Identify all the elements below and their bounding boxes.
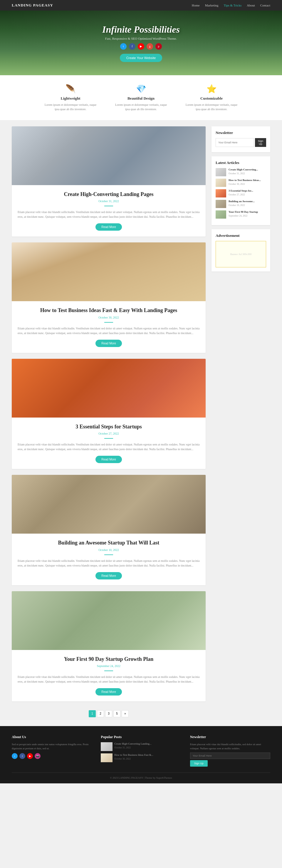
nav-contact[interactable]: Contact bbox=[260, 3, 270, 7]
article-title-4[interactable]: Building an Awesome... bbox=[228, 200, 266, 203]
page-button-next[interactable]: » bbox=[122, 710, 129, 717]
read-more-button-5[interactable]: Read More bbox=[95, 688, 122, 695]
article-thumb-2 bbox=[216, 179, 226, 187]
popular-post-thumb-2 bbox=[101, 753, 113, 762]
read-more-button-4[interactable]: Read More bbox=[95, 572, 122, 580]
nav-about[interactable]: About bbox=[247, 3, 255, 7]
post-title-5: Your First 90 Day Startup Growth Plan bbox=[18, 656, 200, 662]
page-button-3[interactable]: 3 bbox=[105, 710, 112, 717]
feature-lightweight-desc: Lorem ipsum et doloremque veritatis, eaq… bbox=[44, 102, 97, 112]
post-title-4: Building an Awesome Startup That Will La… bbox=[18, 539, 200, 546]
read-more-button-1[interactable]: Read More bbox=[95, 223, 122, 231]
customizable-icon: ⭐ bbox=[185, 84, 238, 94]
read-more-button-2[interactable]: Read More bbox=[95, 340, 122, 347]
read-more-button-3[interactable]: Read More bbox=[95, 456, 122, 463]
article-date-2: October 30, 2022 bbox=[228, 183, 266, 185]
list-item: How to Test Business Ideas... October 30… bbox=[216, 179, 266, 187]
list-item: Building an Awesome... October 10, 2022 bbox=[216, 200, 266, 208]
footer-instagram-icon[interactable]: 📷 bbox=[35, 753, 40, 759]
pagination: 1 2 3 5 » bbox=[12, 707, 206, 720]
nav-tips[interactable]: Tips & Tricks bbox=[224, 3, 242, 7]
post-divider-3 bbox=[104, 438, 113, 439]
post-image-2 bbox=[12, 242, 206, 301]
sidebar-latest-title: Latest Articles bbox=[216, 160, 266, 165]
post-card-1: Create High-Converting Landing Pages Oct… bbox=[12, 126, 206, 237]
list-item: How to Test Business Ideas Fast &... Oct… bbox=[101, 753, 181, 762]
post-excerpt-2: Etiam placerat velit vitae dui blandit s… bbox=[18, 326, 200, 336]
article-title-1[interactable]: Create High-Converting... bbox=[228, 168, 266, 172]
hero-title: Infinite Possibilities bbox=[102, 24, 180, 35]
newsletter-email-input[interactable] bbox=[216, 138, 254, 147]
hero-section: Infinite Possibilities Fast, Responsive … bbox=[0, 10, 282, 75]
post-divider-2 bbox=[104, 322, 113, 322]
twitter-icon[interactable]: t bbox=[120, 43, 127, 50]
footer-grid: About Us Sed ut perspiciatis unde omnis … bbox=[12, 735, 270, 767]
post-date-2: October 30, 2022 bbox=[18, 316, 200, 319]
footer-about: About Us Sed ut perspiciatis unde omnis … bbox=[12, 735, 92, 767]
feature-design-desc: Lorem ipsum et doloremque veritatis, eaq… bbox=[115, 102, 167, 112]
footer-newsletter-button[interactable]: Sign Up bbox=[190, 760, 208, 767]
article-info-4: Building an Awesome... October 10, 2022 bbox=[228, 200, 266, 207]
list-item: Your First 90 Day Startup September 24, … bbox=[216, 210, 266, 219]
popular-post-date-1: October 31, 2022 bbox=[114, 746, 181, 749]
article-title-3[interactable]: 3 Essential Steps for... bbox=[228, 189, 266, 193]
post-title-2: How to Test Business Ideas Fast & Easy W… bbox=[18, 307, 200, 314]
page-button-1[interactable]: 1 bbox=[89, 710, 96, 717]
footer-twitter-icon[interactable]: t bbox=[12, 753, 18, 759]
post-excerpt-1: Etiam placerat velit vitae dui blandit s… bbox=[18, 210, 200, 219]
article-date-3: October 27, 2022 bbox=[228, 193, 266, 196]
nav-marketing[interactable]: Marketing bbox=[205, 3, 219, 7]
nav-home[interactable]: Home bbox=[192, 3, 200, 7]
post-title-1: Create High-Converting Landing Pages bbox=[18, 191, 200, 198]
design-icon: 💎 bbox=[115, 84, 167, 94]
footer-about-title: About Us bbox=[12, 735, 92, 739]
page-button-2[interactable]: 2 bbox=[97, 710, 104, 717]
newsletter-signup-button[interactable]: Sign Up bbox=[255, 138, 266, 147]
footer-popular-title: Popular Posts bbox=[101, 735, 181, 739]
post-title-3: 3 Essential Steps for Startups bbox=[18, 424, 200, 430]
post-excerpt-5: Etiam placerat velit vitae dui blandit s… bbox=[18, 675, 200, 684]
article-date-4: October 10, 2022 bbox=[228, 204, 266, 207]
facebook-icon[interactable]: f bbox=[129, 43, 135, 50]
post-date-5: September 24, 2022 bbox=[18, 664, 200, 668]
list-item: Create High-Converting... October 31, 20… bbox=[216, 168, 266, 176]
lightweight-icon: 🪶 bbox=[44, 84, 97, 94]
article-title-2[interactable]: How to Test Business Ideas... bbox=[228, 179, 266, 182]
post-excerpt-4: Etiam placerat velit vitae dui blandit s… bbox=[18, 559, 200, 568]
feature-lightweight-title: Lightweight bbox=[44, 96, 97, 101]
article-date-5: September 24, 2022 bbox=[228, 215, 266, 217]
article-info-5: Your First 90 Day Startup September 24, … bbox=[228, 210, 266, 217]
hero-subtitle: Fast, Responsive & SEO Optimized WordPre… bbox=[105, 37, 177, 40]
site-header: LANDING PAGEASY Home Marketing Tips & Tr… bbox=[0, 0, 282, 10]
footer-copyright: © 2023 LANDING PAGEASY | Theme by Superb… bbox=[12, 773, 270, 779]
footer-about-text: Sed ut perspiciatis unde omnis iste natu… bbox=[12, 742, 92, 751]
article-thumb-3 bbox=[216, 189, 226, 197]
feature-design: 💎 Beautiful Design Lorem ipsum et dolore… bbox=[115, 84, 167, 112]
youtube-icon[interactable]: ▶ bbox=[138, 43, 144, 50]
popular-post-title-2[interactable]: How to Test Business Ideas Fast &... bbox=[114, 753, 181, 757]
article-info-1: Create High-Converting... October 31, 20… bbox=[228, 168, 266, 175]
list-item: Create High-Converting Landing... Octobe… bbox=[101, 742, 181, 751]
site-logo: LANDING PAGEASY bbox=[12, 3, 53, 8]
footer-youtube-icon[interactable]: ▶ bbox=[27, 753, 33, 759]
article-info-3: 3 Essential Steps for... October 27, 202… bbox=[228, 189, 266, 196]
footer-newsletter-title: Newsletter bbox=[190, 735, 270, 739]
feature-customizable: ⭐ Customizable Lorem ipsum et doloremque… bbox=[185, 84, 238, 112]
popular-post-info-2: How to Test Business Ideas Fast &... Oct… bbox=[114, 753, 181, 760]
post-card-5: Your First 90 Day Startup Growth Plan Se… bbox=[12, 591, 206, 702]
googleplus-icon[interactable]: g bbox=[147, 43, 153, 50]
article-title-5[interactable]: Your First 90 Day Startup bbox=[228, 210, 266, 214]
popular-post-thumb-1 bbox=[101, 742, 113, 751]
footer-newsletter-input[interactable] bbox=[190, 752, 270, 759]
post-date-1: October 31, 2022 bbox=[18, 199, 200, 203]
footer-popular-posts: Popular Posts Create High-Converting Lan… bbox=[101, 735, 181, 767]
sidebar-newsletter-title: Newsletter bbox=[216, 130, 266, 135]
footer-facebook-icon[interactable]: f bbox=[20, 753, 25, 759]
hero-cta-button[interactable]: Create Your Website bbox=[120, 54, 162, 62]
popular-post-title-1[interactable]: Create High-Converting Landing... bbox=[114, 742, 181, 746]
pinterest-icon[interactable]: p bbox=[155, 43, 162, 50]
posts-list: Create High-Converting Landing Pages Oct… bbox=[12, 126, 206, 720]
page-button-4[interactable]: 5 bbox=[114, 710, 120, 717]
sidebar-latest-articles: Latest Articles Create High-Converting..… bbox=[212, 156, 270, 225]
feature-customizable-title: Customizable bbox=[185, 96, 238, 101]
